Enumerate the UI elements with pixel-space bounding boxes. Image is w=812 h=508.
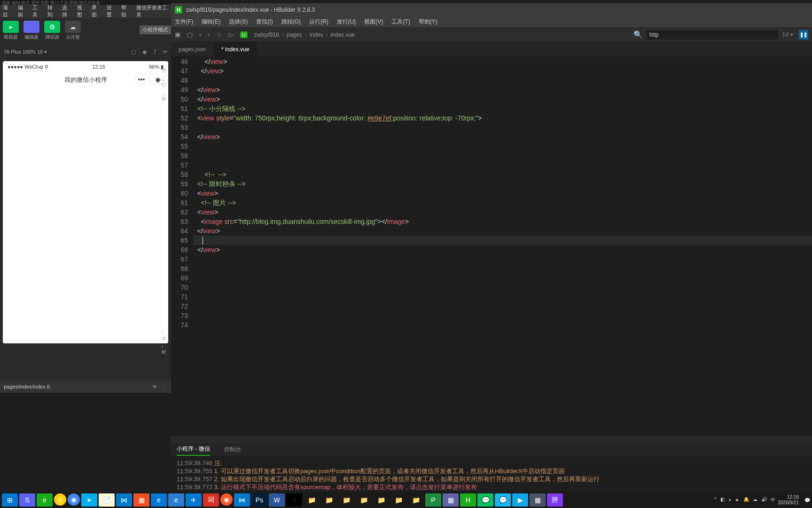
taskbar-app-icon[interactable]: S	[19, 493, 35, 507]
code-line[interactable]	[194, 283, 812, 292]
taskbar-app-icon[interactable]: 拼	[547, 493, 563, 507]
taskbar-app-icon[interactable]: ✈	[186, 493, 202, 507]
tray-icon[interactable]: ☁	[753, 497, 757, 503]
code-line[interactable]: <!-- 限时秒杀 -->	[194, 179, 812, 189]
code-line[interactable]	[194, 123, 812, 132]
taskbar-app-icon[interactable]: Ps	[251, 493, 267, 507]
hb-menu-item[interactable]: 工具(T)	[391, 18, 410, 26]
wx-toolbar-button[interactable]: ▸模拟器	[3, 21, 19, 42]
taskbar-app-icon[interactable]: ◎	[54, 493, 66, 506]
nav-forward-icon[interactable]: ›	[208, 31, 210, 38]
taskbar-app-icon[interactable]: P	[425, 493, 441, 507]
code-line[interactable]: <view style="width: 750rpx;height: 6rpx;…	[194, 113, 812, 123]
wx-mode-tag[interactable]: 小程序模式	[140, 25, 171, 34]
sidebar-toggle-icon[interactable]: ▣	[175, 31, 180, 38]
code-line[interactable]: </view>	[194, 85, 812, 95]
wx-toolbar-button[interactable]: 编辑器	[23, 21, 39, 42]
wx-menu-item[interactable]: 视图	[77, 4, 86, 18]
hb-menu-item[interactable]: 视图(V)	[364, 18, 383, 26]
rotate-icon[interactable]: ⟳	[163, 49, 167, 55]
tray-icon[interactable]: ^	[714, 497, 717, 503]
search-input[interactable]	[647, 30, 778, 40]
taskbar-app-icon[interactable]: H	[460, 493, 476, 507]
taskbar-app-icon[interactable]: ▦	[443, 493, 459, 507]
hb-menu-item[interactable]: 编辑(E)	[202, 18, 220, 26]
taskbar-app-icon[interactable]: 📁	[373, 493, 389, 507]
code-line[interactable]: </view>	[194, 226, 812, 236]
hb-menu-item[interactable]: 发行(U)	[337, 18, 356, 26]
breadcrumb-segment[interactable]: index	[310, 32, 323, 38]
code-line[interactable]	[194, 160, 812, 170]
wx-menu-item[interactable]: 编辑	[18, 4, 27, 18]
tray-icon[interactable]: 中	[771, 497, 775, 503]
notifications-icon[interactable]: 💬	[804, 498, 810, 503]
pause-button-icon[interactable]: ❚❚	[799, 30, 808, 40]
code-area[interactable]: </view> </view> </view> </view> <!-- 小分隔…	[194, 57, 812, 437]
taskbar-app-icon[interactable]: e	[37, 493, 53, 507]
wx-toolbar-button[interactable]: ⚙调试器	[44, 21, 60, 42]
tray-icon[interactable]: ◧	[720, 497, 725, 503]
taskbar-app-icon[interactable]: ▶	[512, 493, 528, 507]
taskbar-app-icon[interactable]: e	[168, 493, 184, 507]
breadcrumb-segment[interactable]: pages	[287, 32, 302, 38]
taskbar-app-icon[interactable]: 📁	[321, 493, 337, 507]
taskbar-app-icon[interactable]: e	[151, 493, 167, 507]
code-line[interactable]	[194, 302, 812, 311]
wx-menu-item[interactable]: 选择	[62, 4, 71, 18]
bottom-panel-tab[interactable]: 控制台	[224, 444, 241, 455]
taskbar-app-icon[interactable]: ◉	[220, 493, 233, 506]
tray-icon[interactable]: 🔔	[743, 497, 749, 503]
code-line[interactable]	[194, 142, 812, 151]
code-line[interactable]: </view>	[194, 132, 812, 142]
code-line[interactable]: </view>	[194, 95, 812, 104]
uni-icon[interactable]: U	[240, 32, 248, 38]
taskbar-app-icon[interactable]: 💬	[477, 493, 493, 507]
wx-side-item[interactable]: › 大	[160, 329, 171, 343]
code-line[interactable]	[194, 311, 812, 320]
taskbar-app-icon[interactable]: 📁	[356, 493, 372, 507]
wx-toolbar-button[interactable]: ☁云开发	[65, 21, 81, 42]
code-line[interactable]	[194, 292, 812, 302]
taskbar-app-icon[interactable]: ♫	[286, 493, 302, 507]
hb-menu-item[interactable]: 帮助(Y)	[419, 18, 437, 26]
code-line[interactable]: <!-- -->	[194, 170, 812, 179]
code-line[interactable]: <view>	[194, 189, 812, 198]
terminal-toggle-icon[interactable]: ▢	[187, 31, 193, 38]
breadcrumb-segment[interactable]: zwlxpf916	[254, 32, 279, 38]
wx-menu-item[interactable]: 界面	[92, 4, 101, 18]
wx-menu-item[interactable]: 微信开发者工具	[136, 4, 168, 18]
taskbar-app-icon[interactable]: 📁	[390, 493, 406, 507]
taskbar-app-icon[interactable]: ⋈	[234, 493, 250, 507]
editor-tab[interactable]: * index.vue	[214, 42, 257, 56]
nav-back-icon[interactable]: ‹	[199, 31, 201, 38]
tray-icon[interactable]: ⬥	[728, 497, 731, 503]
wx-menu-item[interactable]: 工具	[32, 4, 42, 18]
wx-side-item[interactable]: 资	[160, 66, 171, 75]
code-line[interactable]: <!-- 小分隔线 -->	[194, 104, 812, 113]
record-icon[interactable]: ◉	[142, 49, 147, 55]
code-line[interactable]	[194, 151, 812, 160]
taskbar-app-icon[interactable]: W	[269, 493, 285, 507]
hb-menu-item[interactable]: 跳转(G)	[281, 18, 301, 26]
run-icon[interactable]: ▷	[229, 31, 234, 38]
taskbar-clock[interactable]: 12:16 2020/9/21	[778, 494, 802, 506]
taskbar-app-icon[interactable]: ▦	[530, 493, 546, 507]
wx-side-item[interactable]: ⌄ 打	[160, 75, 171, 90]
taskbar-app-icon[interactable]: 📁	[408, 493, 424, 507]
phone-icon[interactable]: ▢	[131, 49, 136, 55]
code-line[interactable]: <image src="http://blog.img.duanshuilu.c…	[194, 217, 812, 226]
taskbar-app-icon[interactable]: ⊞	[2, 493, 18, 507]
taskbar-app-icon[interactable]: 📄	[99, 493, 115, 507]
code-line[interactable]	[194, 236, 812, 245]
code-line[interactable]	[194, 273, 812, 283]
wx-page-path[interactable]: pages/index/index ⎘	[4, 384, 50, 389]
capsule-menu-icon[interactable]: •••	[138, 76, 145, 83]
taskbar-app-icon[interactable]: 💬	[495, 493, 511, 507]
wx-side-item[interactable]: ⌄ M	[160, 90, 171, 103]
editor-scrollbar[interactable]	[171, 437, 812, 442]
code-line[interactable]	[194, 320, 812, 330]
share-icon[interactable]: ⤴	[154, 49, 156, 55]
hb-editor[interactable]: 4647484950515253545556575859606162636465…	[171, 57, 812, 437]
wx-eye-icon[interactable]: 👁	[152, 384, 157, 389]
code-line[interactable]: </view>	[194, 57, 812, 66]
